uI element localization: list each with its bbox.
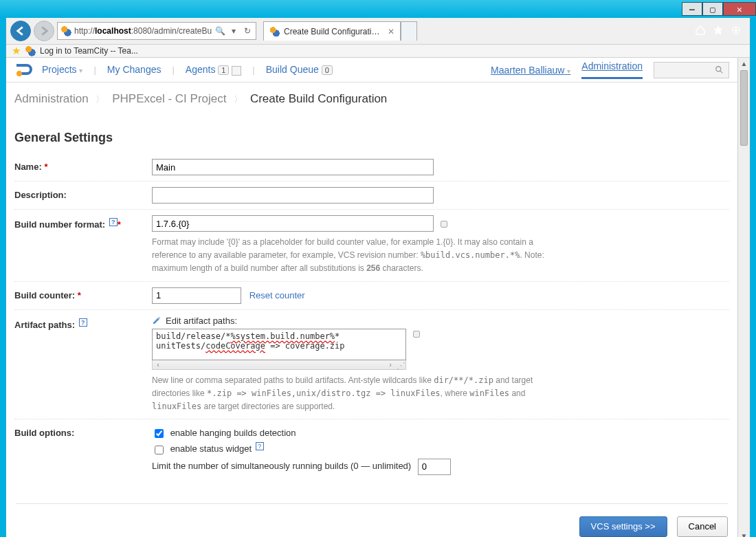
scroll-left-icon[interactable]: ‹: [153, 360, 164, 369]
tc-header: Projects ▾ | My Changes | Agents 1 | Bui…: [6, 58, 737, 83]
footer-buttons: VCS settings >> Cancel: [6, 504, 737, 537]
name-input[interactable]: [152, 159, 434, 175]
window-titlebar: — ▢ ✕: [0, 0, 756, 18]
reset-counter-link[interactable]: Reset counter: [249, 290, 305, 300]
textarea-scrollbar[interactable]: ‹ › ⋰: [152, 360, 406, 370]
tab-title: Create Build Configuration ...: [284, 27, 382, 36]
header-search[interactable]: [654, 62, 729, 78]
opt-hanging-label: enable hanging builds detection: [170, 428, 296, 438]
opt-status-checkbox[interactable]: [155, 446, 164, 454]
vcs-settings-button[interactable]: VCS settings >>: [579, 516, 667, 537]
tools-gear-icon[interactable]: [731, 25, 742, 38]
cancel-button[interactable]: Cancel: [677, 516, 728, 537]
nav-build-queue[interactable]: Build Queue 0: [266, 64, 333, 75]
section-title: General Settings: [14, 131, 729, 145]
label-name: Name:: [14, 162, 42, 172]
help-icon[interactable]: ?: [109, 218, 118, 226]
window-minimize-button[interactable]: —: [682, 2, 702, 16]
address-search-icon[interactable]: 🔍: [214, 26, 225, 36]
svg-point-1: [735, 29, 737, 31]
opt-limit-input[interactable]: [418, 459, 451, 475]
header-user-menu[interactable]: Maarten Balliauw ▾: [491, 65, 570, 76]
label-artifact-paths: Artifact paths:: [14, 320, 75, 330]
browser-new-tab-button[interactable]: [401, 21, 417, 41]
help-icon[interactable]: ?: [256, 442, 264, 450]
favorites-icon[interactable]: [713, 25, 724, 38]
chevron-right-icon: 〉: [234, 94, 243, 105]
artifact-hint: New line or comma separated paths to bui…: [152, 374, 564, 414]
browser-nav-bar: http://localhost:8080/admin/createBu 🔍 ▾…: [6, 18, 750, 44]
help-icon[interactable]: ?: [79, 318, 87, 327]
scroll-right-icon[interactable]: ›: [385, 360, 396, 369]
label-build-counter: Build counter:: [14, 290, 75, 300]
tab-close-icon[interactable]: ✕: [388, 27, 394, 36]
browser-tabstrip: Create Build Configuration ... ✕: [263, 21, 417, 41]
svg-line-4: [720, 70, 723, 73]
tc-logo[interactable]: [14, 61, 32, 79]
label-build-number-format: Build number format:: [14, 219, 105, 230]
opt-limit-label: Limit the number of simultaneously runni…: [152, 461, 411, 471]
resize-grip-icon[interactable]: ⋰: [396, 360, 405, 369]
add-favorite-icon[interactable]: ★: [12, 45, 21, 57]
build-counter-input[interactable]: [152, 287, 241, 304]
window-close-button[interactable]: ✕: [723, 2, 756, 16]
favorite-link[interactable]: Log in to TeamCity -- Tea...: [40, 46, 138, 56]
nav-projects[interactable]: Projects ▾: [42, 64, 82, 75]
agents-count-badge: 1: [218, 65, 229, 75]
bnf-hint: Format may include '{0}' as a placeholde…: [152, 236, 564, 276]
browser-window: http://localhost:8080/admin/createBu 🔍 ▾…: [5, 18, 751, 531]
opt-status-label: enable status widget: [170, 443, 252, 454]
browser-back-button[interactable]: [10, 21, 31, 41]
home-icon[interactable]: [695, 25, 706, 38]
label-build-options: Build options:: [14, 428, 74, 438]
svg-point-2: [16, 71, 22, 76]
favorite-favicon: [25, 45, 36, 56]
address-url: http://localhost:8080/admin/createBu: [74, 26, 212, 36]
browser-address-bar[interactable]: http://localhost:8080/admin/createBu 🔍 ▾…: [57, 22, 256, 40]
nav-agents[interactable]: Agents 1: [186, 64, 242, 75]
page-scrollbar[interactable]: ▲ ▼: [737, 58, 750, 537]
browser-favorites-bar: ★ Log in to TeamCity -- Tea...: [6, 44, 750, 58]
form-general-settings: General Settings Name: * Description: B: [6, 110, 737, 503]
address-favicon: [60, 25, 71, 36]
header-administration[interactable]: Administration: [581, 61, 643, 79]
browser-viewport: Projects ▾ | My Changes | Agents 1 | Bui…: [6, 58, 750, 537]
field-aux-icon[interactable]: [413, 331, 420, 338]
page-content: Projects ▾ | My Changes | Agents 1 | Bui…: [6, 58, 737, 537]
label-description: Description:: [14, 190, 67, 200]
browser-right-controls: [695, 25, 746, 38]
scroll-down-icon[interactable]: ▼: [738, 530, 750, 537]
window-maximize-button[interactable]: ▢: [702, 2, 723, 16]
crumb-administration[interactable]: Administration: [14, 92, 89, 105]
artifact-paths-textarea[interactable]: build/release/*%system.build.number%* un…: [152, 329, 406, 360]
crumb-current: Create Build Configuration: [250, 92, 387, 105]
tab-favicon: [269, 26, 280, 37]
chevron-right-icon: 〉: [96, 94, 104, 105]
scrollbar-thumb[interactable]: [740, 70, 748, 146]
browser-tab-active[interactable]: Create Build Configuration ... ✕: [263, 21, 401, 41]
scroll-up-icon[interactable]: ▲: [738, 58, 750, 70]
edit-artifact-paths-label: Edit artifact paths:: [152, 316, 729, 326]
description-input[interactable]: [152, 187, 434, 204]
build-queue-count-badge: 0: [322, 65, 333, 75]
crumb-project[interactable]: PHPExcel - CI Project: [112, 92, 226, 105]
breadcrumb: Administration 〉 PHPExcel - CI Project 〉…: [6, 83, 737, 110]
agents-extra-badge: [232, 66, 241, 76]
address-refresh-icon[interactable]: ↻: [242, 26, 253, 36]
address-dropdown-icon[interactable]: ▾: [228, 26, 239, 36]
nav-my-changes[interactable]: My Changes: [107, 64, 162, 75]
field-aux-icon[interactable]: [441, 221, 447, 228]
edit-icon: [152, 316, 162, 325]
build-number-format-input[interactable]: [152, 215, 434, 232]
opt-hanging-checkbox[interactable]: [155, 429, 164, 438]
browser-forward-button[interactable]: [34, 21, 54, 41]
svg-point-3: [716, 66, 721, 71]
